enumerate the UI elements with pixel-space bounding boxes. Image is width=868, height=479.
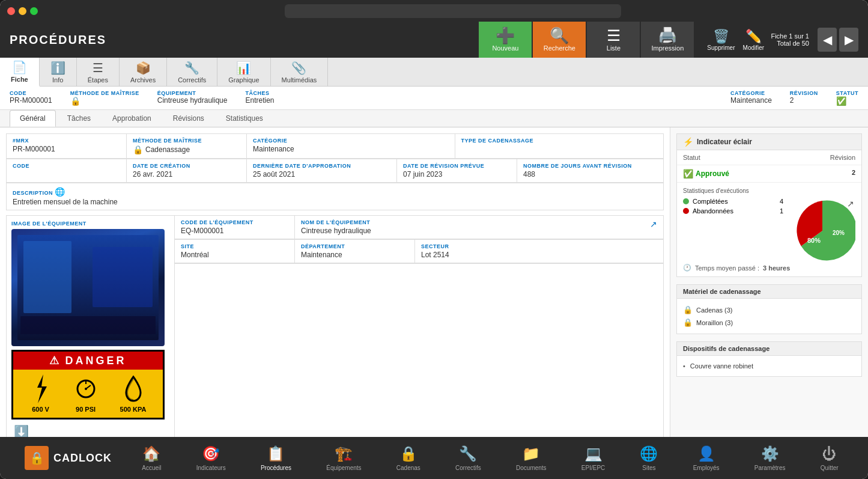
recherche-button[interactable]: 🔍 Recherche — [533, 22, 586, 58]
equipements-icon: 🏗️ — [335, 445, 353, 462]
prev-button[interactable]: ◀ — [818, 28, 837, 52]
app-title: PROCÉDURES — [10, 33, 106, 47]
nav-accueil[interactable]: 🏠 Accueil — [137, 443, 166, 474]
app-window: PROCÉDURES ➕ Nouveau 🔍 Recherche ☰ Liste… — [0, 0, 868, 479]
download-button[interactable]: ⬇️ — [11, 422, 31, 437]
danger-item-kpa: 500 KPA — [120, 374, 147, 413]
archives-icon: 📦 — [136, 61, 151, 75]
next-button[interactable]: ▶ — [839, 28, 858, 52]
list-icon: ☰ — [607, 28, 621, 43]
nav-quitter[interactable]: ⏻ Quitter — [816, 443, 843, 474]
derniere-date-field: Dernière date d'approbation 25 août 2021 — [247, 159, 397, 183]
nav-parametres[interactable]: ⚙️ Paramètres — [750, 443, 791, 474]
tab-multimedias[interactable]: 📎 Multimédias — [271, 58, 329, 86]
nav-indicateurs[interactable]: 🎯 Indicateurs — [192, 443, 231, 474]
bottom-nav: 🔒 CADLOCK 🏠 Accueil 🎯 Indicateurs 📋 Proc… — [0, 437, 868, 479]
subtab-taches[interactable]: Tâches — [57, 110, 101, 127]
subtab-approbation[interactable]: Approbation — [102, 110, 162, 127]
abandonnees-dot — [683, 208, 689, 214]
cadenas-nav-icon: 🔒 — [399, 445, 417, 462]
nav-documents[interactable]: 📁 Documents — [511, 443, 551, 474]
approved-row: ✅ Approuvé 2 — [677, 165, 861, 183]
materials-list: 🔒 Cadenas (3) 🔒 Moraillon (3) — [677, 299, 861, 334]
subtab-revisions[interactable]: Révisions — [163, 110, 214, 127]
warning-triangle-icon: ⚠ — [49, 354, 61, 367]
methode-field: Méthode de maîtrise 🔒 Cadenassage — [127, 134, 247, 159]
correctifs-nav-icon: 🔧 — [459, 445, 477, 462]
nav-cadenas[interactable]: 🔒 Cadenas — [392, 443, 425, 474]
danger-sign: ⚠ DANGER 600 V — [11, 350, 165, 420]
external-link-icon[interactable]: ↗ — [650, 219, 657, 229]
temps-row: 🕐 Temps moyen passé : 3 heures — [683, 264, 855, 272]
danger-item-voltage: 600 V — [30, 374, 52, 413]
equipment-fields: Code de l'équipement EQ-M000001 Nom de l… — [175, 216, 663, 437]
impression-button[interactable]: 🖨️ Impression — [641, 22, 694, 58]
topnav: PROCÉDURES ➕ Nouveau 🔍 Recherche ☰ Liste… — [0, 22, 868, 58]
etapes-icon: ☰ — [93, 61, 103, 75]
procedures-icon: 📋 — [267, 445, 285, 462]
modifier-button[interactable]: ✏️ Modifier — [738, 26, 768, 53]
image-section: Image de l'équipement ⚠ DANGER — [7, 216, 175, 437]
tab-fiche[interactable]: 📄 Fiche — [0, 58, 40, 87]
subtab-general[interactable]: Général — [10, 110, 56, 127]
tab-graphique[interactable]: 📊 Graphique — [217, 58, 270, 86]
supprimer-button[interactable]: 🗑️ Supprimer — [706, 26, 736, 53]
sites-icon: 🌐 — [640, 445, 658, 462]
nav-sites[interactable]: 🌐 Sites — [635, 443, 663, 474]
sub-tabs: Général Tâches Approbation Révisions Sta… — [0, 110, 868, 127]
share-icon[interactable]: ↗ — [847, 199, 854, 209]
code-equipement-field: Code de l'équipement EQ-M000001 — [175, 216, 295, 239]
right-panel: ⚡ Indicateur éclair Statut Révision ✅ Ap… — [670, 127, 868, 437]
tab-etapes[interactable]: ☰ Étapes — [77, 58, 120, 86]
cadenas-item: 🔒 Cadenas (3) — [683, 304, 855, 316]
materiels-section: Matériel de cadenassage 🔒 Cadenas (3) 🔒 … — [676, 284, 862, 334]
approved-badge: ✅ Approuvé — [683, 169, 729, 178]
site-field: Site Montréal — [175, 240, 295, 263]
check-icon: ✅ — [683, 169, 693, 178]
nouveau-button[interactable]: ➕ Nouveau — [479, 22, 532, 58]
search-icon: 🔍 — [550, 28, 569, 43]
maximize-button[interactable] — [30, 7, 38, 15]
dispositifs-section: Dispositifs de cadenassage • Couvre vann… — [676, 341, 862, 377]
content-area: #MRX PR-M000001 Méthode de maîtrise 🔒 Ca… — [0, 127, 670, 437]
nom-equipement-field: Nom de l'équipement Cintreuse hydrauliqu… — [295, 216, 663, 239]
search-bar[interactable] — [285, 4, 621, 18]
nav-procedures[interactable]: 📋 Procédures — [256, 443, 296, 474]
svg-text:80%: 80% — [807, 237, 821, 244]
minimize-button[interactable] — [19, 7, 26, 15]
parametres-icon: ⚙️ — [761, 445, 779, 462]
search-input[interactable] — [285, 4, 621, 18]
taches-field: Tâches Entretien — [245, 90, 274, 106]
titlebar — [0, 0, 868, 22]
nav-employes[interactable]: 👤 Employés — [688, 443, 724, 474]
indicateurs-icon: 🎯 — [202, 445, 220, 462]
pie-chart-svg: 20% 80% — [789, 198, 855, 264]
nav-epi-epc[interactable]: 💻 EPI/EPC — [577, 443, 610, 474]
close-button[interactable] — [7, 7, 15, 15]
edit-icon: ✏️ — [745, 29, 762, 44]
description-section: Description 🌐 Entretien mensuel de la ma… — [6, 183, 664, 210]
tab-info[interactable]: ℹ️ Info — [40, 58, 77, 86]
indicateur-section: ⚡ Indicateur éclair Statut Révision ✅ Ap… — [676, 133, 862, 277]
nav-correctifs[interactable]: 🔧 Correctifs — [451, 443, 486, 474]
indicateur-header: ⚡ Indicateur éclair — [677, 134, 861, 150]
correctifs-icon: 🔧 — [184, 61, 199, 75]
trash-icon: 🗑️ — [713, 29, 729, 44]
bullet-icon: • — [683, 362, 685, 370]
tabs-row: 📄 Fiche ℹ️ Info ☰ Étapes 📦 Archives 🔧 Co… — [0, 58, 868, 87]
liste-button[interactable]: ☰ Liste — [587, 22, 640, 58]
nav-equipements[interactable]: 🏗️ Équipements — [321, 443, 366, 474]
tab-archives[interactable]: 📦 Archives — [120, 58, 167, 86]
danger-item-pressure: 90 PSI — [75, 374, 97, 413]
dispositif-item: • Couvre vanne robinet — [683, 361, 855, 371]
lock1-icon: 🔒 — [683, 305, 693, 314]
tab-correctifs[interactable]: 🔧 Correctifs — [167, 58, 217, 86]
nav-actions: ➕ Nouveau 🔍 Recherche ☰ Liste 🖨️ Impress… — [479, 22, 694, 58]
bottom-section: Image de l'équipement ⚠ DANGER — [6, 215, 664, 437]
logo-text: CADLOCK — [53, 452, 112, 465]
lock2-icon: 🔒 — [683, 318, 693, 327]
equipement-field: Équipement Cintreuse hydraulique — [157, 90, 228, 106]
mrx-field: #MRX PR-M000001 — [7, 134, 127, 159]
subtab-statistiques[interactable]: Statistiques — [216, 110, 273, 127]
epi-icon: 💻 — [584, 445, 602, 462]
